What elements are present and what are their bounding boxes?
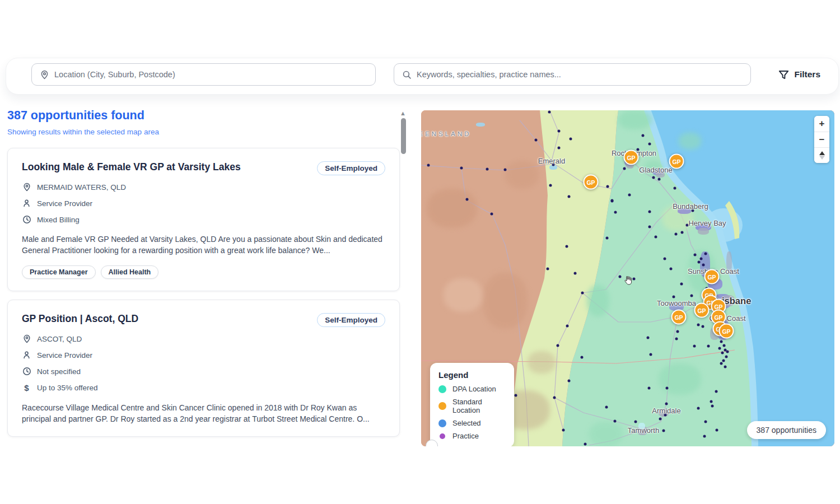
practice-dot [675, 233, 678, 236]
practice-dot [648, 143, 651, 146]
map[interactable]: QUEENSLANDEmeraldRockhamptonGladstoneBun… [421, 110, 834, 446]
practice-dot [606, 185, 609, 188]
search-icon [402, 70, 412, 80]
practice-dot [648, 226, 651, 228]
job-card[interactable]: GP Position | Ascot, QLD Self-Employed A… [7, 300, 400, 437]
filter-funnel-icon [778, 69, 789, 80]
practice-dot [693, 345, 696, 348]
job-tags: Practice ManagerAllied Health [22, 265, 385, 279]
job-description: Racecourse Village Medical Centre and Sk… [22, 402, 385, 424]
practice-dot [676, 330, 679, 333]
legend-color-dot [440, 433, 445, 439]
practice-dot [584, 443, 587, 446]
location-pin-icon [40, 70, 49, 80]
gp-marker[interactable]: GP [671, 310, 687, 325]
tilt-down-icon [819, 156, 825, 160]
practice-dot [723, 344, 726, 347]
job-meta-row: MERMAID WATERS, QLD [22, 183, 385, 192]
practice-dot [664, 258, 666, 260]
practice-dot [652, 176, 655, 179]
practice-dot [710, 400, 713, 403]
practice-dot [535, 139, 538, 142]
practice-dot [574, 272, 577, 275]
results-header: 387 opportunities found Showing results … [7, 109, 159, 136]
terrain-blob [618, 110, 652, 129]
location-input[interactable] [54, 70, 367, 79]
tilt-control[interactable] [814, 147, 829, 163]
job-meta-row: Service Provider [22, 199, 385, 208]
practice-dot [515, 394, 517, 397]
person-icon [22, 199, 31, 208]
practice-dot [674, 187, 676, 190]
practice-dot [566, 325, 569, 328]
job-tag: Practice Manager [22, 265, 96, 279]
gp-marker[interactable]: GP [669, 154, 684, 169]
practice-dot [628, 194, 631, 197]
scrollbar-thumb[interactable] [401, 118, 406, 154]
terrain-blob [444, 278, 483, 312]
person-icon [22, 351, 31, 360]
gp-marker[interactable]: GP [624, 150, 639, 165]
practice-dot [700, 258, 703, 260]
practice-dot [547, 268, 549, 270]
terrain-blob [483, 273, 528, 329]
practice-dot [642, 134, 645, 137]
filters-label: Filters [794, 69, 820, 80]
page: Filters 387 opportunities found Showing … [0, 0, 840, 446]
dollar-icon: $ [22, 383, 31, 393]
practice-dot [665, 403, 668, 405]
job-meta-row: Not specified [22, 367, 385, 376]
practice-dot [558, 147, 561, 150]
gp-marker[interactable]: GP [704, 269, 720, 284]
practice-dot [553, 396, 556, 399]
practice-dot [697, 407, 700, 410]
practice-dot [680, 283, 683, 286]
gp-marker[interactable]: GP [584, 175, 599, 190]
practice-dot [647, 337, 650, 339]
practice-dot [623, 167, 626, 170]
practice-dot [581, 356, 584, 359]
results-count-heading: 387 opportunities found [7, 109, 159, 123]
practice-dot [720, 362, 723, 365]
legend-item: Practice [438, 432, 506, 440]
map-place-label: QUEENSLAND [421, 130, 471, 137]
practice-dot [707, 345, 710, 348]
map-place-label: Emerald [538, 157, 565, 165]
job-card[interactable]: Looking Male & Female VR GP at Varsity L… [7, 148, 400, 291]
practice-dot [633, 278, 636, 281]
practice-dot [566, 245, 568, 248]
terrain-blob [528, 351, 556, 374]
zoom-in-button[interactable]: + [814, 116, 829, 132]
scrollbar-up-arrow[interactable]: ▲ [400, 110, 406, 116]
terrain-blob [659, 363, 701, 395]
tilt-up-icon [819, 151, 825, 155]
terrain-blob [587, 285, 609, 316]
practice-dot [702, 325, 704, 328]
legend-color-dot [438, 419, 446, 427]
clock-icon [22, 215, 31, 224]
terrain-blob [679, 133, 701, 150]
job-meta-row: $ Up to 35% offered [22, 383, 385, 393]
map-legend: Legend DPA Location Standard Location Se… [430, 363, 514, 446]
gp-marker[interactable]: GP [694, 303, 710, 318]
legend-color-dot [438, 385, 446, 393]
filters-button[interactable]: Filters [778, 66, 820, 83]
practice-dot [666, 387, 669, 390]
practice-dot [549, 184, 552, 187]
practice-dot [703, 435, 706, 438]
practice-dot [726, 351, 729, 353]
map-place-label: Gladstone [639, 166, 672, 174]
job-meta-row: ASCOT, QLD [22, 334, 385, 343]
legend-label: Selected [452, 419, 481, 427]
urban-patch [476, 123, 485, 127]
legend-item: DPA Location [438, 385, 506, 393]
gp-marker[interactable]: GP [719, 324, 734, 339]
practice-dot [716, 429, 718, 432]
job-meta-text: Not specified [37, 367, 81, 376]
practice-dot [718, 347, 721, 350]
practice-dot [673, 296, 675, 298]
practice-dot [606, 237, 609, 240]
practice-dot [721, 352, 724, 354]
zoom-out-button[interactable]: − [814, 132, 829, 147]
keywords-input[interactable] [417, 70, 743, 79]
